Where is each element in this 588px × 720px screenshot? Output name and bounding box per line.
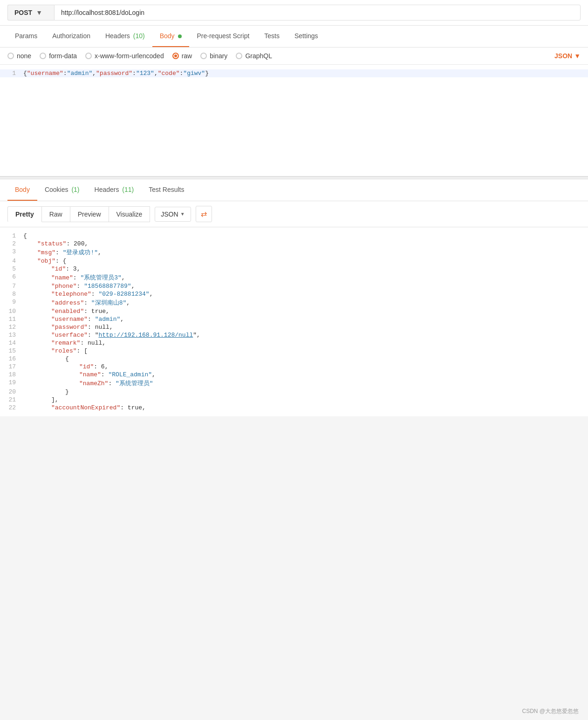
body-dot <box>178 34 182 38</box>
response-tab-test-results[interactable]: Test Results <box>141 179 191 201</box>
headers-badge: (10) <box>133 32 145 40</box>
radio-raw <box>172 53 179 59</box>
format-label: JSON <box>554 52 572 60</box>
view-visualize[interactable]: Visualize <box>109 206 150 222</box>
line-content-1: {"username":"admin","password":"123","co… <box>23 70 588 77</box>
resp-line-8: 8 "telephone": "029-82881234", <box>0 290 588 298</box>
option-binary[interactable]: binary <box>200 52 227 60</box>
response-tab-headers[interactable]: Headers (11) <box>87 179 142 201</box>
option-x-www[interactable]: x-www-form-urlencoded <box>85 52 164 60</box>
radio-graphql <box>236 53 242 59</box>
response-format-chevron: ▼ <box>180 211 185 217</box>
response-tab-body[interactable]: Body <box>7 179 37 201</box>
request-body-editor[interactable]: 1 {"username":"admin","password":"123","… <box>0 65 588 177</box>
resp-line-12: 12 "password": null, <box>0 323 588 331</box>
format-chevron: ▼ <box>574 52 581 60</box>
resp-line-2: 2 "status": 200, <box>0 240 588 248</box>
resp-line-3: 3 "msg": "登录成功!", <box>0 248 588 257</box>
tab-tests[interactable]: Tests <box>257 26 287 47</box>
method-label: POST <box>14 9 32 16</box>
request-tabs-bar: Params Authorization Headers (10) Body P… <box>0 26 588 48</box>
view-raw[interactable]: Raw <box>42 206 70 222</box>
tab-settings[interactable]: Settings <box>287 26 326 47</box>
cookies-badge: (1) <box>71 186 79 193</box>
resp-line-6: 6 "name": "系统管理员3", <box>0 273 588 282</box>
line-num-1: 1 <box>0 70 23 77</box>
view-bar: Pretty Raw Preview Visualize JSON ▼ ⇄ <box>0 201 588 227</box>
radio-binary <box>200 53 207 59</box>
radio-form-data <box>40 53 46 59</box>
view-pretty[interactable]: Pretty <box>7 206 42 222</box>
option-graphql[interactable]: GraphQL <box>236 52 272 60</box>
resp-line-11: 11 "username": "admin", <box>0 315 588 323</box>
response-format-btn[interactable]: JSON ▼ <box>155 207 191 222</box>
userface-link[interactable]: http://192.168.91.128/null <box>98 332 193 339</box>
resp-line-4: 4 "obj": { <box>0 257 588 265</box>
resp-line-18: 18 "name": "ROLE_admin", <box>0 371 588 379</box>
tab-body[interactable]: Body <box>152 26 190 47</box>
response-headers-badge: (11) <box>122 186 134 193</box>
tab-params[interactable]: Params <box>7 26 45 47</box>
resp-line-16: 16 { <box>0 355 588 363</box>
resp-line-1: 1 { <box>0 232 588 240</box>
wrap-button[interactable]: ⇄ <box>196 206 212 222</box>
body-options: none form-data x-www-form-urlencoded raw… <box>0 48 588 65</box>
radio-x-www <box>85 53 92 59</box>
response-tab-cookies[interactable]: Cookies (1) <box>37 179 87 201</box>
tab-headers[interactable]: Headers (10) <box>98 26 152 47</box>
method-chevron: ▼ <box>36 9 42 16</box>
option-raw[interactable]: raw <box>172 52 192 60</box>
resp-line-9: 9 "address": "深圳南山8", <box>0 298 588 307</box>
tab-authorization[interactable]: Authorization <box>45 26 98 47</box>
resp-line-19: 19 "nameZh": "系统管理员" <box>0 379 588 388</box>
resp-line-21: 21 ], <box>0 396 588 404</box>
option-none[interactable]: none <box>7 52 31 60</box>
resp-line-14: 14 "remark": null, <box>0 339 588 347</box>
resp-line-22: 22 "accountNonExpired": true, <box>0 404 588 412</box>
resp-line-13: 13 "userface": "http://192.168.91.128/nu… <box>0 331 588 339</box>
response-tabs-bar: Body Cookies (1) Headers (11) Test Resul… <box>0 179 588 201</box>
view-preview[interactable]: Preview <box>70 206 109 222</box>
resp-line-10: 10 "enabled": true, <box>0 307 588 315</box>
resp-line-17: 17 "id": 6, <box>0 363 588 371</box>
method-select[interactable]: POST ▼ <box>7 5 54 20</box>
resp-line-7: 7 "phone": "18568887789", <box>0 282 588 290</box>
radio-none <box>7 53 14 59</box>
resp-line-15: 15 "roles": [ <box>0 347 588 355</box>
resp-line-20: 20 } <box>0 388 588 396</box>
response-body: 1 { 2 "status": 200, 3 "msg": "登录成功!", 4… <box>0 227 588 416</box>
option-form-data[interactable]: form-data <box>40 52 77 60</box>
url-bar: POST ▼ <box>0 0 588 26</box>
resp-line-5: 5 "id": 3, <box>0 265 588 273</box>
format-select[interactable]: JSON ▼ <box>554 52 581 60</box>
response-format-label: JSON <box>161 211 178 218</box>
tab-pre-request[interactable]: Pre-request Script <box>189 26 257 47</box>
url-input[interactable] <box>54 5 581 20</box>
request-line-1: 1 {"username":"admin","password":"123","… <box>0 69 588 77</box>
